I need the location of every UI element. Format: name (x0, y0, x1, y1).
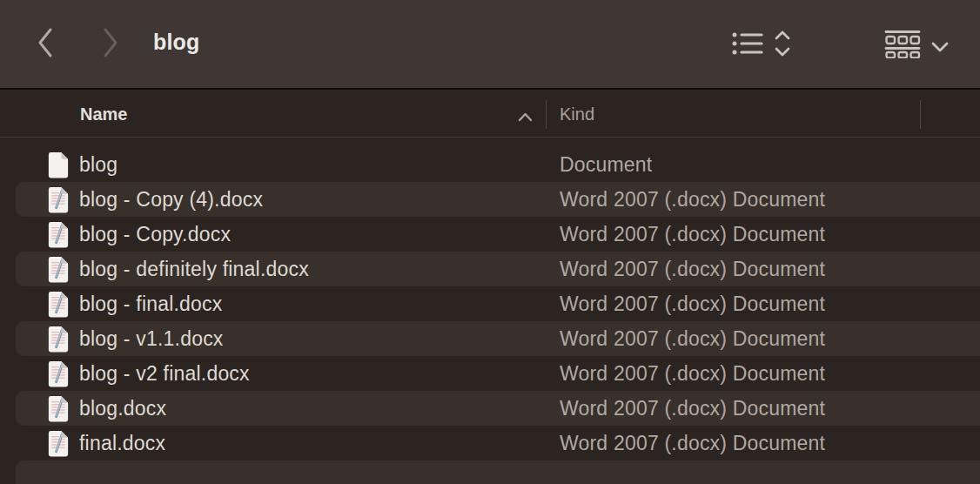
window-title: blog (153, 30, 200, 55)
word-document-icon (47, 186, 70, 213)
column-header-name[interactable]: Name (80, 104, 127, 124)
generic-document-icon (47, 151, 70, 178)
file-name: blog - v2 final.docx (79, 362, 250, 386)
word-document-icon (47, 221, 70, 248)
column-header-row: Name Kind (0, 90, 980, 138)
toolbar: blog (0, 0, 980, 88)
file-kind: Word 2007 (.docx) Document (560, 188, 825, 212)
word-document-icon (47, 326, 70, 353)
file-name: blog - final.docx (79, 292, 223, 316)
word-document-icon (47, 395, 70, 422)
word-document-icon (47, 430, 70, 457)
file-row[interactable]: final.docx Word 2007 (.docx) Document (0, 426, 980, 460)
column-resize-handle[interactable] (546, 100, 547, 129)
file-list: blog Document blog - Copy (4).docx Word … (0, 138, 980, 484)
chevron-up-icon (518, 110, 533, 125)
chevron-left-icon (37, 26, 55, 63)
file-row[interactable]: blog.docx Word 2007 (.docx) Document (0, 391, 980, 426)
chevron-right-icon (101, 26, 119, 63)
forward-button[interactable] (100, 28, 119, 61)
file-row[interactable]: blog - Copy.docx Word 2007 (.docx) Docum… (0, 217, 980, 252)
file-name: blog (79, 153, 117, 177)
view-sort-direction-control[interactable] (773, 29, 792, 62)
file-name: blog - definitely final.docx (79, 258, 309, 281)
grid-group-icon (884, 30, 921, 62)
file-row[interactable]: blog Document (0, 147, 980, 182)
file-kind: Word 2007 (.docx) Document (560, 292, 825, 316)
file-name: blog - v1.1.docx (79, 327, 224, 351)
file-row[interactable]: blog - v1.1.docx Word 2007 (.docx) Docum… (0, 321, 980, 356)
file-name: blog.docx (79, 397, 166, 420)
up-down-chevrons-icon (773, 29, 792, 62)
back-button[interactable] (36, 28, 55, 61)
file-name: final.docx (79, 432, 165, 455)
word-document-icon (47, 256, 70, 283)
file-name: blog - Copy (4).docx (79, 188, 263, 212)
list-view-button[interactable] (732, 30, 763, 60)
file-row[interactable]: blog - definitely final.docx Word 2007 (… (0, 252, 980, 286)
column-resize-handle[interactable] (920, 100, 921, 129)
chevron-down-icon (931, 40, 949, 56)
word-document-icon (47, 291, 70, 318)
group-by-menu-chevron[interactable] (931, 40, 949, 56)
word-document-icon (47, 360, 70, 387)
finder-window: blog (0, 0, 980, 484)
file-kind: Document (560, 153, 652, 177)
group-by-button[interactable] (884, 30, 921, 62)
file-row[interactable]: blog - Copy (4).docx Word 2007 (.docx) D… (0, 182, 980, 217)
file-name: blog - Copy.docx (79, 223, 231, 246)
file-kind: Word 2007 (.docx) Document (560, 432, 825, 455)
file-kind: Word 2007 (.docx) Document (560, 327, 825, 351)
empty-file-row (0, 460, 980, 484)
file-kind: Word 2007 (.docx) Document (560, 223, 825, 246)
file-kind: Word 2007 (.docx) Document (560, 258, 825, 281)
file-kind: Word 2007 (.docx) Document (560, 397, 825, 420)
file-kind: Word 2007 (.docx) Document (560, 362, 825, 386)
file-row[interactable]: blog - final.docx Word 2007 (.docx) Docu… (0, 286, 980, 321)
column-header-kind[interactable]: Kind (560, 104, 594, 124)
file-row[interactable]: blog - v2 final.docx Word 2007 (.docx) D… (0, 356, 980, 391)
list-view-icon (732, 30, 763, 60)
